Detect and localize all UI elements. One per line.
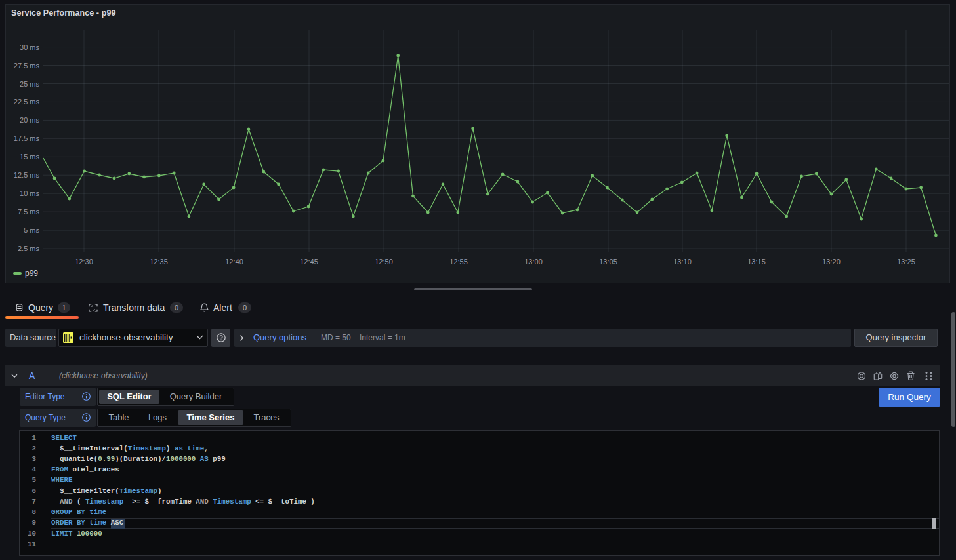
svg-text:13:15: 13:15	[747, 258, 766, 266]
svg-text:13:00: 13:00	[524, 258, 543, 266]
svg-text:7.5 ms: 7.5 ms	[18, 208, 40, 216]
svg-text:13:10: 13:10	[673, 258, 692, 266]
svg-text:17.5 ms: 17.5 ms	[14, 134, 40, 142]
svg-text:22.5 ms: 22.5 ms	[14, 98, 40, 106]
svg-text:15 ms: 15 ms	[20, 153, 39, 161]
svg-text:25 ms: 25 ms	[20, 80, 39, 88]
svg-text:12:30: 12:30	[75, 258, 93, 266]
svg-text:5 ms: 5 ms	[24, 226, 39, 234]
svg-text:13:20: 13:20	[822, 258, 841, 266]
svg-text:13:05: 13:05	[599, 258, 617, 266]
svg-text:20 ms: 20 ms	[20, 116, 39, 124]
svg-text:13:25: 13:25	[897, 258, 915, 266]
svg-text:12:35: 12:35	[150, 258, 168, 266]
svg-text:30 ms: 30 ms	[20, 43, 39, 51]
svg-text:12:40: 12:40	[225, 258, 243, 266]
svg-text:12:50: 12:50	[375, 258, 393, 266]
svg-text:12:55: 12:55	[449, 258, 468, 266]
svg-text:10 ms: 10 ms	[20, 190, 39, 197]
svg-text:12.5 ms: 12.5 ms	[14, 171, 40, 179]
svg-text:12:45: 12:45	[300, 258, 318, 266]
svg-text:2.5 ms: 2.5 ms	[18, 245, 40, 252]
svg-text:27.5 ms: 27.5 ms	[14, 62, 40, 70]
